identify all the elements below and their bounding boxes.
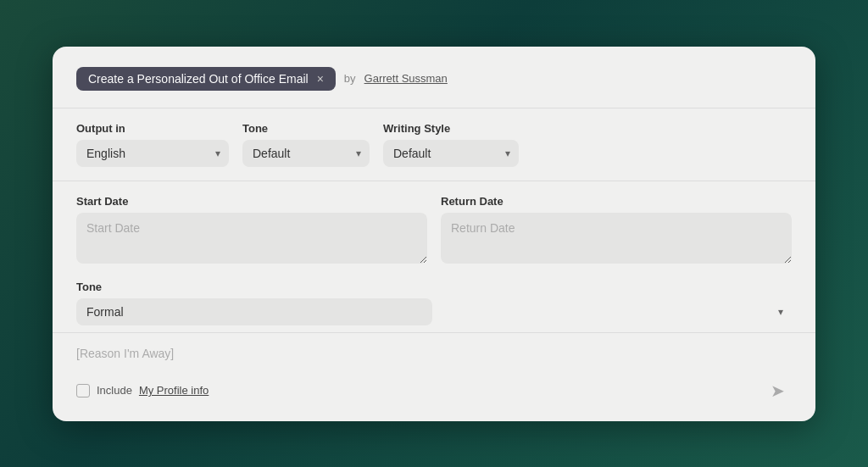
author-link[interactable]: Garrett Sussman (364, 72, 448, 85)
writing-style-wrapper: Default Formal Casual ▾ (383, 140, 519, 167)
tone-bottom-group: Tone Formal Default Casual ▾ (76, 281, 792, 325)
card-title: Create a Personalized Out of Office Emai… (88, 72, 309, 86)
reason-section: [Reason I'm Away] (76, 333, 792, 370)
dates-row: Start Date Return Date (76, 195, 792, 264)
start-date-textarea[interactable] (76, 213, 427, 264)
by-label: by (344, 72, 356, 85)
tone-bottom-select[interactable]: Formal Default Casual (76, 298, 432, 325)
output-in-group: Output in English French Spanish ▾ (76, 122, 229, 167)
tone-top-group: Tone Default Formal Casual ▾ (242, 122, 370, 167)
tone-bottom-chevron-icon: ▾ (778, 306, 783, 318)
start-date-label: Start Date (76, 195, 427, 208)
tone-top-wrapper: Default Formal Casual ▾ (242, 140, 370, 167)
footer-row: Include My Profile info ➤ (76, 370, 792, 404)
output-in-wrapper: English French Spanish ▾ (76, 140, 229, 167)
tone-top-select[interactable]: Default Formal Casual (242, 140, 370, 167)
profile-link[interactable]: My Profile info (139, 384, 209, 397)
writing-style-select[interactable]: Default Formal Casual (383, 140, 519, 167)
output-in-label: Output in (76, 122, 229, 135)
close-icon[interactable]: × (317, 73, 324, 85)
tone-bottom-label: Tone (76, 281, 792, 293)
card-header: Create a Personalized Out of Office Emai… (76, 67, 792, 91)
writing-style-label: Writing Style (383, 122, 519, 135)
return-date-label: Return Date (441, 195, 792, 208)
start-date-group: Start Date (76, 195, 427, 264)
writing-style-group: Writing Style Default Formal Casual ▾ (383, 122, 519, 167)
top-dropdowns-section: Output in English French Spanish ▾ Tone … (76, 108, 792, 181)
dates-section: Start Date Return Date (76, 181, 792, 277)
main-card: Create a Personalized Out of Office Emai… (53, 47, 815, 421)
include-label: Include (97, 384, 132, 397)
title-pill: Create a Personalized Out of Office Emai… (76, 67, 336, 91)
include-profile-checkbox[interactable] (76, 384, 90, 398)
tone-top-label: Tone (242, 122, 370, 135)
reason-placeholder-text: [Reason I'm Away] (76, 343, 792, 367)
send-button[interactable]: ➤ (764, 377, 792, 404)
output-in-select[interactable]: English French Spanish (76, 140, 229, 167)
send-icon: ➤ (771, 381, 785, 401)
return-date-textarea[interactable] (441, 213, 792, 264)
include-profile-row: Include My Profile info (76, 384, 209, 398)
tone-bottom-section: Tone Formal Default Casual ▾ (76, 277, 792, 332)
return-date-group: Return Date (441, 195, 792, 264)
tone-bottom-wrapper: Formal Default Casual ▾ (76, 298, 792, 325)
dropdowns-row: Output in English French Spanish ▾ Tone … (76, 122, 792, 167)
